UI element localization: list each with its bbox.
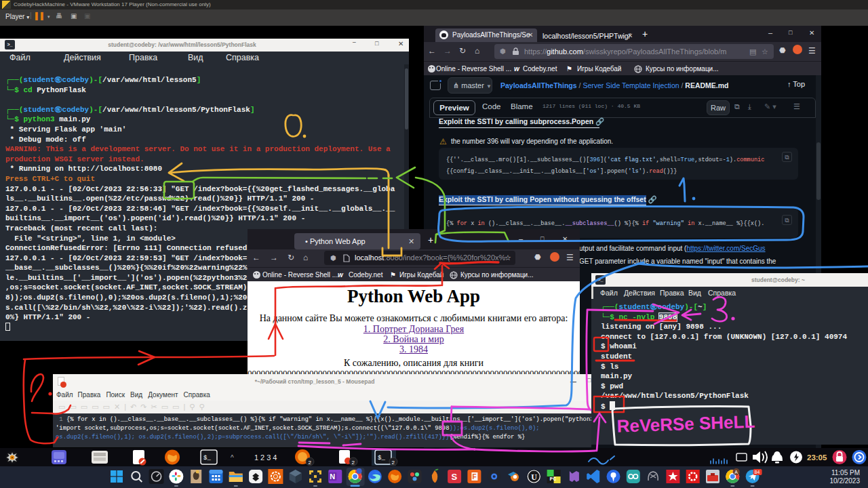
svg-text:ReVeRSe SHeLL: ReVeRSe SHeLL [616,411,755,436]
